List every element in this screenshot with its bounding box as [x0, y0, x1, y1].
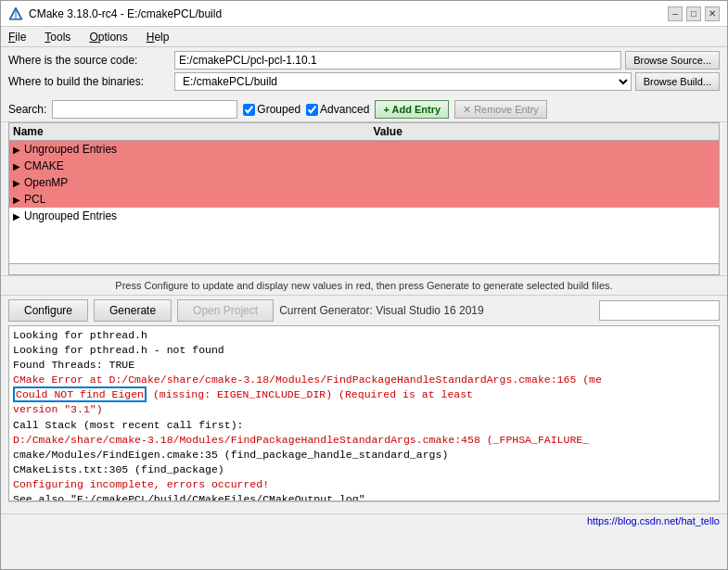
- row-name: PCL: [24, 193, 45, 206]
- output-line: CMake Error at D:/Cmake/share/cmake-3.18…: [13, 373, 715, 387]
- add-entry-button[interactable]: + Add Entry: [375, 100, 449, 119]
- search-label: Search:: [8, 103, 46, 116]
- eigen-highlight: Could NOT find Eigen: [13, 386, 147, 402]
- build-input[interactable]: E:/cmakePCL/build: [174, 72, 632, 91]
- table-horizontal-scrollbar[interactable]: [9, 263, 719, 274]
- button-row: Configure Generate Open Project Current …: [1, 296, 727, 325]
- table-row[interactable]: ▶CMAKE: [9, 158, 719, 174]
- cmake-icon: [8, 6, 23, 21]
- table-row[interactable]: ▶Ungrouped Entries: [9, 208, 719, 224]
- url-label: https://blog.csdn.net/hat_tello: [587, 515, 720, 526]
- title-bar-controls: – □ ✕: [668, 6, 720, 21]
- table-header: Name Value: [9, 123, 719, 141]
- chevron-icon: ▶: [13, 161, 20, 171]
- grouped-checkbox-label[interactable]: Grouped: [243, 103, 300, 116]
- menu-tools[interactable]: Tools: [41, 30, 74, 44]
- grouped-label: Grouped: [257, 103, 300, 116]
- configure-button[interactable]: Configure: [8, 299, 88, 322]
- advanced-label: Advanced: [320, 103, 369, 116]
- source-row: Where is the source code: Browse Source.…: [8, 51, 720, 70]
- generate-button[interactable]: Generate: [94, 299, 172, 322]
- generator-input[interactable]: [599, 300, 720, 321]
- maximize-button[interactable]: □: [686, 6, 701, 21]
- output-line: CMakeLists.txt:305 (find_package): [13, 462, 715, 477]
- row-name: Ungrouped Entries: [24, 209, 117, 222]
- advanced-checkbox[interactable]: [306, 104, 318, 116]
- browse-source-button[interactable]: Browse Source...: [625, 51, 720, 70]
- generator-label: Current Generator: Visual Studio 16 2019: [279, 304, 594, 317]
- search-input[interactable]: [52, 100, 237, 119]
- status-message: Press Configure to update and display ne…: [1, 275, 727, 296]
- output-horizontal-scrollbar[interactable]: [8, 501, 720, 513]
- chevron-icon: ▶: [13, 145, 20, 155]
- status-bar-bottom: https://blog.csdn.net/hat_tello: [1, 513, 727, 527]
- title-bar-left: CMake 3.18.0-rc4 - E:/cmakePCL/build: [8, 6, 222, 21]
- output-line: version "3.1"): [13, 402, 715, 417]
- output-line: See also "E:/cmakePCL/build/CMakeFiles/C…: [13, 492, 715, 501]
- table-row[interactable]: ▶OpenMP: [9, 174, 719, 191]
- remove-entry-button[interactable]: ✕ Remove Entry: [454, 100, 547, 119]
- output-line: D:/Cmake/share/cmake-3.18/Modules/FindPa…: [13, 433, 715, 448]
- build-label: Where to build the binaries:: [8, 75, 171, 88]
- output-line: Could NOT find Eigen (missing: EIGEN_INC…: [13, 387, 715, 402]
- title-bar-title: CMake 3.18.0-rc4 - E:/cmakePCL/build: [29, 7, 222, 20]
- output-line: Found Threads: TRUE: [13, 358, 715, 373]
- chevron-icon: ▶: [13, 178, 20, 188]
- column-value-header: Value: [355, 125, 716, 138]
- minimize-button[interactable]: –: [668, 6, 683, 21]
- source-label: Where is the source code:: [8, 54, 171, 67]
- output-area[interactable]: Looking for pthread.hLooking for pthread…: [8, 325, 720, 501]
- close-button[interactable]: ✕: [705, 6, 720, 21]
- row-name: OpenMP: [24, 176, 68, 189]
- row-name: CMAKE: [24, 159, 64, 172]
- column-name-header: Name: [13, 125, 355, 138]
- menu-bar: File Tools Options Help: [1, 27, 727, 47]
- browse-build-button[interactable]: Browse Build...: [635, 72, 720, 91]
- grouped-checkbox[interactable]: [243, 104, 255, 116]
- table-body: ▶Ungrouped Entries▶CMAKE▶OpenMP▶PCL▶Ungr…: [9, 141, 719, 263]
- menu-help[interactable]: Help: [143, 30, 173, 44]
- output-line: Call Stack (most recent call first):: [13, 418, 715, 433]
- source-input[interactable]: [174, 51, 621, 70]
- output-line: cmake/Modules/FindEigen.cmake:35 (find_p…: [13, 448, 715, 462]
- menu-options[interactable]: Options: [85, 30, 131, 44]
- table-row[interactable]: ▶PCL: [9, 191, 719, 208]
- output-line: Configuring incomplete, errors occurred!: [13, 477, 715, 492]
- build-row: Where to build the binaries: E:/cmakePCL…: [8, 72, 720, 91]
- output-line: Looking for pthread.h: [13, 328, 715, 343]
- row-name: Ungrouped Entries: [24, 143, 117, 156]
- chevron-icon: ▶: [13, 211, 20, 222]
- open-project-button[interactable]: Open Project: [177, 299, 274, 322]
- menu-file[interactable]: File: [5, 30, 30, 44]
- advanced-checkbox-label[interactable]: Advanced: [306, 103, 369, 116]
- search-row: Search: Grouped Advanced + Add Entry ✕ R…: [1, 97, 727, 122]
- form-area: Where is the source code: Browse Source.…: [1, 47, 727, 97]
- chevron-icon: ▶: [13, 195, 20, 205]
- output-line: Looking for pthread.h - not found: [13, 343, 715, 358]
- title-bar: CMake 3.18.0-rc4 - E:/cmakePCL/build – □…: [1, 1, 727, 27]
- table-row[interactable]: ▶Ungrouped Entries: [9, 141, 719, 158]
- cmake-table: Name Value ▶Ungrouped Entries▶CMAKE▶Open…: [8, 122, 720, 275]
